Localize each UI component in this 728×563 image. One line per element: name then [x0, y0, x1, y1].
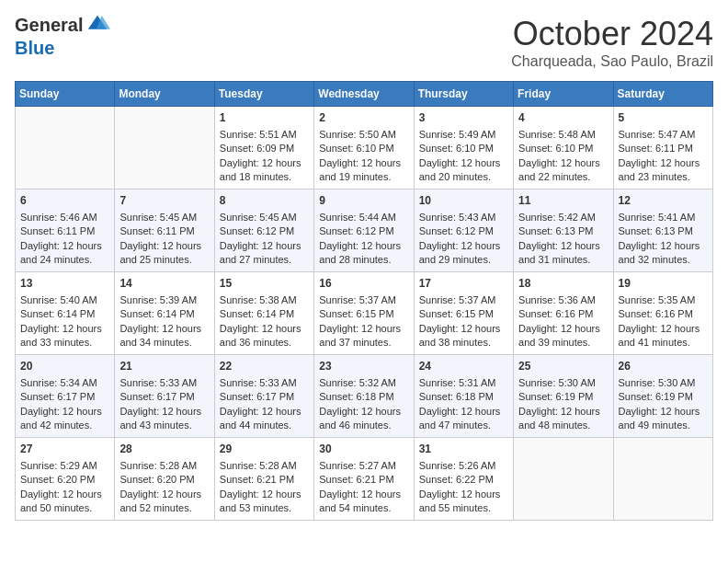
day-info: Sunrise: 5:41 AM [619, 211, 708, 224]
title-block: October 2024 Charqueada, Sao Paulo, Braz… [511, 15, 713, 70]
day-number: 22 [220, 359, 309, 374]
day-info: Sunset: 6:19 PM [619, 390, 708, 404]
calendar-table: SundayMondayTuesdayWednesdayThursdayFrid… [15, 81, 713, 521]
day-number: 17 [419, 276, 508, 292]
day-number: 20 [20, 359, 109, 374]
day-info: Sunset: 6:11 PM [20, 224, 109, 238]
weekday-header-tuesday: Tuesday [214, 82, 313, 107]
day-number: 6 [20, 193, 109, 209]
calendar-cell [115, 107, 214, 190]
day-info: Sunset: 6:17 PM [119, 390, 209, 404]
calendar-cell: 6Sunrise: 5:46 AMSunset: 6:11 PMDaylight… [16, 190, 115, 272]
day-info: Daylight: 12 hours and 31 minutes. [518, 239, 608, 268]
day-info: Sunrise: 5:47 AM [619, 128, 708, 142]
day-number: 7 [119, 193, 209, 209]
day-info: Sunrise: 5:45 AM [220, 211, 309, 224]
day-number: 3 [419, 110, 508, 126]
location-subtitle: Charqueada, Sao Paulo, Brazil [511, 53, 713, 70]
calendar-cell: 17Sunrise: 5:37 AMSunset: 6:15 PMDayligh… [414, 272, 513, 355]
calendar-cell: 3Sunrise: 5:49 AMSunset: 6:10 PMDaylight… [414, 107, 513, 190]
day-info: Sunset: 6:11 PM [619, 142, 708, 155]
day-info: Daylight: 12 hours and 27 minutes. [220, 239, 309, 268]
day-info: Daylight: 12 hours and 55 minutes. [419, 488, 508, 516]
day-info: Sunset: 6:21 PM [319, 473, 408, 487]
calendar-cell: 27Sunrise: 5:29 AMSunset: 6:20 PMDayligh… [16, 438, 115, 521]
calendar-cell: 10Sunrise: 5:43 AMSunset: 6:12 PMDayligh… [414, 190, 513, 272]
day-info: Sunrise: 5:37 AM [419, 293, 508, 307]
day-info: Sunset: 6:15 PM [319, 307, 408, 321]
day-number: 26 [619, 359, 708, 374]
day-info: Daylight: 12 hours and 42 minutes. [20, 405, 109, 433]
day-info: Sunset: 6:09 PM [220, 142, 309, 155]
day-info: Sunrise: 5:29 AM [20, 459, 109, 473]
day-number: 8 [220, 193, 309, 209]
day-number: 23 [319, 359, 408, 374]
day-info: Daylight: 12 hours and 18 minutes. [220, 156, 309, 185]
day-number: 5 [619, 110, 708, 126]
day-info: Sunrise: 5:35 AM [619, 293, 708, 307]
day-info: Sunset: 6:20 PM [20, 473, 109, 487]
day-info: Sunset: 6:11 PM [119, 224, 209, 238]
day-info: Daylight: 12 hours and 20 minutes. [419, 156, 508, 185]
day-info: Sunrise: 5:50 AM [319, 128, 408, 142]
day-info: Sunset: 6:17 PM [20, 390, 109, 404]
weekday-header-monday: Monday [115, 82, 214, 107]
calendar-cell: 30Sunrise: 5:27 AMSunset: 6:21 PMDayligh… [314, 438, 414, 521]
day-info: Daylight: 12 hours and 54 minutes. [319, 488, 408, 516]
day-info: Sunset: 6:20 PM [119, 473, 209, 487]
day-info: Daylight: 12 hours and 28 minutes. [319, 239, 408, 268]
day-info: Sunset: 6:13 PM [518, 224, 608, 238]
day-info: Sunrise: 5:49 AM [419, 128, 508, 142]
calendar-cell: 18Sunrise: 5:36 AMSunset: 6:16 PMDayligh… [514, 272, 613, 355]
day-info: Sunset: 6:14 PM [119, 307, 209, 321]
day-info: Sunrise: 5:31 AM [419, 376, 508, 390]
day-info: Sunrise: 5:33 AM [119, 376, 209, 390]
day-info: Sunrise: 5:42 AM [518, 211, 608, 224]
calendar-cell: 8Sunrise: 5:45 AMSunset: 6:12 PMDaylight… [214, 190, 313, 272]
calendar-cell: 26Sunrise: 5:30 AMSunset: 6:19 PMDayligh… [613, 355, 712, 438]
day-info: Daylight: 12 hours and 37 minutes. [319, 322, 408, 350]
day-number: 14 [119, 276, 209, 292]
day-info: Sunrise: 5:34 AM [20, 376, 109, 390]
calendar-cell: 5Sunrise: 5:47 AMSunset: 6:11 PMDaylight… [613, 107, 712, 190]
day-info: Daylight: 12 hours and 41 minutes. [619, 322, 708, 350]
day-number: 19 [619, 276, 708, 292]
day-info: Sunset: 6:10 PM [319, 142, 408, 155]
day-info: Daylight: 12 hours and 50 minutes. [20, 488, 109, 516]
day-info: Sunset: 6:12 PM [319, 224, 408, 238]
day-info: Sunset: 6:18 PM [319, 390, 408, 404]
calendar-cell: 20Sunrise: 5:34 AMSunset: 6:17 PMDayligh… [16, 355, 115, 438]
day-info: Daylight: 12 hours and 24 minutes. [20, 239, 109, 268]
calendar-cell: 21Sunrise: 5:33 AMSunset: 6:17 PMDayligh… [115, 355, 214, 438]
day-info: Daylight: 12 hours and 44 minutes. [220, 405, 309, 433]
day-info: Sunrise: 5:30 AM [518, 376, 608, 390]
day-info: Sunrise: 5:27 AM [319, 459, 408, 473]
day-info: Sunset: 6:14 PM [20, 307, 109, 321]
day-info: Sunset: 6:16 PM [619, 307, 708, 321]
day-info: Sunrise: 5:33 AM [220, 376, 309, 390]
day-info: Sunset: 6:14 PM [220, 307, 309, 321]
day-info: Daylight: 12 hours and 25 minutes. [119, 239, 209, 268]
calendar-cell: 9Sunrise: 5:44 AMSunset: 6:12 PMDaylight… [314, 190, 414, 272]
day-info: Sunset: 6:21 PM [220, 473, 309, 487]
day-info: Daylight: 12 hours and 49 minutes. [619, 405, 708, 433]
day-number: 29 [220, 442, 309, 457]
day-number: 21 [119, 359, 209, 374]
day-number: 16 [319, 276, 408, 292]
day-info: Sunset: 6:12 PM [220, 224, 309, 238]
calendar-cell: 23Sunrise: 5:32 AMSunset: 6:18 PMDayligh… [314, 355, 414, 438]
day-number: 10 [419, 193, 508, 209]
day-info: Sunset: 6:10 PM [419, 142, 508, 155]
day-number: 11 [518, 193, 608, 209]
calendar-cell: 7Sunrise: 5:45 AMSunset: 6:11 PMDaylight… [115, 190, 214, 272]
day-info: Sunset: 6:13 PM [619, 224, 708, 238]
logo: General Blue [15, 15, 110, 58]
calendar-cell: 25Sunrise: 5:30 AMSunset: 6:19 PMDayligh… [514, 355, 613, 438]
day-info: Daylight: 12 hours and 36 minutes. [220, 322, 309, 350]
calendar-cell: 29Sunrise: 5:28 AMSunset: 6:21 PMDayligh… [214, 438, 313, 521]
day-number: 9 [319, 193, 408, 209]
calendar-cell: 2Sunrise: 5:50 AMSunset: 6:10 PMDaylight… [314, 107, 414, 190]
month-title: October 2024 [511, 15, 713, 53]
weekday-header-sunday: Sunday [16, 82, 115, 107]
day-info: Sunset: 6:17 PM [220, 390, 309, 404]
